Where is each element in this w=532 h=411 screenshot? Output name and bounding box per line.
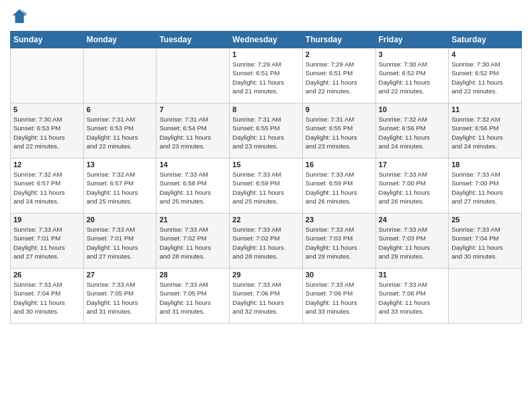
day-number: 6	[87, 105, 154, 113]
calendar-cell: 24Sunrise: 7:33 AM Sunset: 7:03 PM Dayli…	[375, 214, 449, 269]
day-number: 21	[159, 216, 226, 224]
logo	[10, 7, 32, 26]
day-number: 9	[306, 105, 373, 113]
day-info: Sunrise: 7:32 AM Sunset: 6:56 PM Dayligh…	[379, 115, 446, 150]
calendar-cell: 5Sunrise: 7:30 AM Sunset: 6:53 PM Daylig…	[11, 103, 84, 158]
day-info: Sunrise: 7:31 AM Sunset: 6:55 PM Dayligh…	[306, 115, 373, 150]
calendar-cell: 19Sunrise: 7:33 AM Sunset: 7:01 PM Dayli…	[11, 214, 84, 269]
day-number: 23	[306, 216, 373, 224]
weekday-header-thursday: Thursday	[302, 32, 375, 48]
day-number: 15	[232, 161, 300, 169]
calendar-cell: 11Sunrise: 7:32 AM Sunset: 6:56 PM Dayli…	[449, 103, 522, 158]
calendar-week-5: 26Sunrise: 7:33 AM Sunset: 7:04 PM Dayli…	[11, 269, 522, 324]
calendar-cell: 21Sunrise: 7:33 AM Sunset: 7:02 PM Dayli…	[157, 214, 230, 269]
calendar-cell: 7Sunrise: 7:31 AM Sunset: 6:54 PM Daylig…	[157, 103, 230, 158]
calendar-cell: 22Sunrise: 7:33 AM Sunset: 7:02 PM Dayli…	[230, 214, 303, 269]
calendar-cell	[157, 48, 230, 103]
day-info: Sunrise: 7:33 AM Sunset: 6:58 PM Dayligh…	[159, 170, 226, 205]
calendar-week-3: 12Sunrise: 7:32 AM Sunset: 6:57 PM Dayli…	[11, 158, 522, 214]
calendar-cell	[11, 48, 84, 103]
calendar-cell: 25Sunrise: 7:33 AM Sunset: 7:04 PM Dayli…	[449, 214, 522, 269]
day-number: 11	[451, 105, 519, 113]
page: SundayMondayTuesdayWednesdayThursdayFrid…	[0, 0, 532, 411]
day-number: 1	[232, 50, 300, 58]
day-info: Sunrise: 7:32 AM Sunset: 6:57 PM Dayligh…	[13, 170, 81, 205]
day-info: Sunrise: 7:31 AM Sunset: 6:55 PM Dayligh…	[232, 115, 300, 150]
day-info: Sunrise: 7:30 AM Sunset: 6:53 PM Dayligh…	[13, 115, 81, 150]
day-info: Sunrise: 7:30 AM Sunset: 6:52 PM Dayligh…	[451, 60, 519, 95]
calendar-cell: 13Sunrise: 7:32 AM Sunset: 6:57 PM Dayli…	[83, 158, 157, 214]
day-number: 30	[306, 271, 373, 279]
calendar-cell: 28Sunrise: 7:33 AM Sunset: 7:05 PM Dayli…	[157, 269, 230, 324]
calendar-cell: 8Sunrise: 7:31 AM Sunset: 6:55 PM Daylig…	[230, 103, 303, 158]
day-info: Sunrise: 7:33 AM Sunset: 7:04 PM Dayligh…	[451, 225, 519, 261]
day-info: Sunrise: 7:32 AM Sunset: 6:56 PM Dayligh…	[451, 115, 519, 150]
day-number: 8	[232, 105, 300, 113]
calendar-cell: 4Sunrise: 7:30 AM Sunset: 6:52 PM Daylig…	[449, 48, 522, 103]
day-number: 28	[159, 271, 226, 279]
calendar-cell: 6Sunrise: 7:31 AM Sunset: 6:53 PM Daylig…	[83, 103, 157, 158]
day-number: 29	[232, 271, 300, 279]
calendar-cell: 3Sunrise: 7:30 AM Sunset: 6:52 PM Daylig…	[375, 48, 449, 103]
calendar-cell	[83, 48, 157, 103]
weekday-header-monday: Monday	[83, 32, 157, 48]
calendar-cell: 31Sunrise: 7:33 AM Sunset: 7:06 PM Dayli…	[375, 269, 449, 324]
day-number: 10	[379, 105, 446, 113]
weekday-header-saturday: Saturday	[449, 32, 522, 48]
day-number: 31	[379, 271, 446, 279]
day-info: Sunrise: 7:33 AM Sunset: 7:02 PM Dayligh…	[232, 225, 300, 261]
day-number: 3	[379, 50, 446, 58]
day-number: 5	[13, 105, 81, 113]
calendar-cell: 29Sunrise: 7:33 AM Sunset: 7:06 PM Dayli…	[230, 269, 303, 324]
calendar-cell	[449, 269, 522, 324]
day-info: Sunrise: 7:33 AM Sunset: 7:06 PM Dayligh…	[306, 280, 373, 316]
day-info: Sunrise: 7:33 AM Sunset: 7:03 PM Dayligh…	[306, 225, 373, 261]
day-number: 13	[87, 161, 154, 169]
calendar-cell: 18Sunrise: 7:33 AM Sunset: 7:00 PM Dayli…	[449, 158, 522, 214]
day-info: Sunrise: 7:33 AM Sunset: 7:03 PM Dayligh…	[379, 225, 446, 261]
day-info: Sunrise: 7:33 AM Sunset: 7:05 PM Dayligh…	[87, 280, 154, 316]
day-number: 20	[87, 216, 154, 224]
day-info: Sunrise: 7:31 AM Sunset: 6:53 PM Dayligh…	[87, 115, 154, 150]
calendar-cell: 14Sunrise: 7:33 AM Sunset: 6:58 PM Dayli…	[157, 158, 230, 214]
day-info: Sunrise: 7:33 AM Sunset: 7:05 PM Dayligh…	[159, 280, 226, 316]
day-info: Sunrise: 7:33 AM Sunset: 7:00 PM Dayligh…	[379, 170, 446, 205]
calendar-cell: 17Sunrise: 7:33 AM Sunset: 7:00 PM Dayli…	[375, 158, 449, 214]
day-info: Sunrise: 7:29 AM Sunset: 6:51 PM Dayligh…	[306, 60, 373, 95]
svg-marker-0	[13, 9, 27, 24]
day-info: Sunrise: 7:33 AM Sunset: 7:01 PM Dayligh…	[13, 225, 81, 261]
calendar-cell: 26Sunrise: 7:33 AM Sunset: 7:04 PM Dayli…	[11, 269, 84, 324]
day-number: 7	[159, 105, 226, 113]
day-info: Sunrise: 7:32 AM Sunset: 6:57 PM Dayligh…	[87, 170, 154, 205]
day-number: 25	[451, 216, 519, 224]
day-number: 17	[379, 161, 446, 169]
weekday-header-friday: Friday	[375, 32, 449, 48]
calendar-table: SundayMondayTuesdayWednesdayThursdayFrid…	[10, 31, 522, 324]
day-number: 18	[451, 161, 519, 169]
day-number: 12	[13, 161, 81, 169]
day-info: Sunrise: 7:29 AM Sunset: 6:51 PM Dayligh…	[232, 60, 300, 95]
calendar-week-4: 19Sunrise: 7:33 AM Sunset: 7:01 PM Dayli…	[11, 214, 522, 269]
calendar-cell: 9Sunrise: 7:31 AM Sunset: 6:55 PM Daylig…	[302, 103, 375, 158]
weekday-header-wednesday: Wednesday	[230, 32, 303, 48]
day-info: Sunrise: 7:33 AM Sunset: 7:06 PM Dayligh…	[379, 280, 446, 316]
day-info: Sunrise: 7:33 AM Sunset: 7:04 PM Dayligh…	[13, 280, 81, 316]
calendar-cell: 15Sunrise: 7:33 AM Sunset: 6:59 PM Dayli…	[230, 158, 303, 214]
day-number: 4	[451, 50, 519, 58]
calendar-cell: 12Sunrise: 7:32 AM Sunset: 6:57 PM Dayli…	[11, 158, 84, 214]
day-info: Sunrise: 7:33 AM Sunset: 7:06 PM Dayligh…	[232, 280, 300, 316]
day-number: 22	[232, 216, 300, 224]
day-number: 19	[13, 216, 81, 224]
calendar-cell: 2Sunrise: 7:29 AM Sunset: 6:51 PM Daylig…	[302, 48, 375, 103]
weekday-header-sunday: Sunday	[11, 32, 84, 48]
day-info: Sunrise: 7:33 AM Sunset: 6:59 PM Dayligh…	[306, 170, 373, 205]
weekday-header-tuesday: Tuesday	[157, 32, 230, 48]
day-number: 2	[306, 50, 373, 58]
day-number: 26	[13, 271, 81, 279]
logo-icon	[10, 7, 29, 26]
calendar-cell: 16Sunrise: 7:33 AM Sunset: 6:59 PM Dayli…	[302, 158, 375, 214]
day-info: Sunrise: 7:31 AM Sunset: 6:54 PM Dayligh…	[159, 115, 226, 150]
calendar-cell: 1Sunrise: 7:29 AM Sunset: 6:51 PM Daylig…	[230, 48, 303, 103]
calendar-cell: 27Sunrise: 7:33 AM Sunset: 7:05 PM Dayli…	[83, 269, 157, 324]
day-number: 24	[379, 216, 446, 224]
